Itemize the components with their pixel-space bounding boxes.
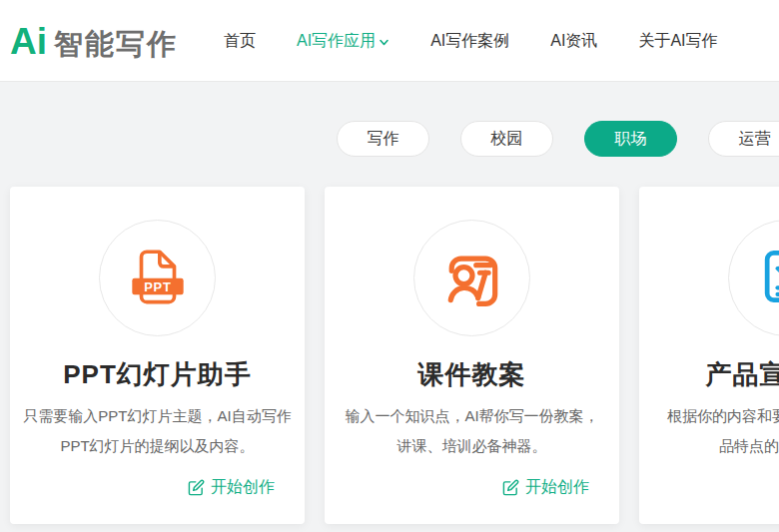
main-nav: 首页 AI写作应用 AI写作案例 AI资讯 关于AI写作 xyxy=(224,0,718,82)
start-creating-label: 开始创作 xyxy=(211,477,275,498)
card-title: 课件教案 xyxy=(325,357,619,392)
card-icon-circle: PPT xyxy=(99,220,216,336)
card-description: 输入一个知识点，AI帮你写一份教案， 讲课、培训必备神器。 xyxy=(325,401,619,461)
filter-pill-writing[interactable]: 写作 xyxy=(337,121,429,157)
brand-logo-mark: Ai xyxy=(10,22,47,59)
card-title: PPT幻灯片助手 xyxy=(10,357,305,392)
card-description-line2: 品特点的宣传文案。 xyxy=(639,431,779,461)
card-ppt-assistant: PPT PPT幻灯片助手 只需要输入PPT幻灯片主题，AI自动写作 PPT幻灯片… xyxy=(10,187,305,524)
card-lesson-plan: 课件教案 输入一个知识点，AI帮你写一份教案， 讲课、培训必备神器。 开始创作 xyxy=(325,187,619,524)
nav-item-cases[interactable]: AI写作案例 xyxy=(430,31,509,52)
card-description-line1: 只需要输入PPT幻灯片主题，AI自动写作 xyxy=(10,401,305,431)
card-icon-circle xyxy=(728,220,779,336)
filter-pill-campus[interactable]: 校园 xyxy=(460,121,553,157)
ppt-file-icon: PPT xyxy=(125,244,191,313)
card-product-copy: 产品宣传文案 根据你的内容和要求，AI自动写出产 品特点的宣传文案。 开始创作 xyxy=(639,187,779,524)
card-description-line1: 输入一个知识点，AI帮你写一份教案， xyxy=(325,401,619,431)
ppt-icon-label: PPT xyxy=(144,278,172,293)
nav-item-home[interactable]: 首页 xyxy=(224,31,256,52)
card-description-line2: PPT幻灯片的提纲以及内容。 xyxy=(10,431,305,461)
card-description-line2: 讲课、培训必备神器。 xyxy=(325,431,619,461)
category-filter-bar: 写作 校园 职场 运营 xyxy=(337,121,779,157)
brand-logo-name: 智能写作 xyxy=(54,29,178,58)
start-creating-label: 开始创作 xyxy=(525,477,589,498)
nav-item-about[interactable]: 关于AI写作 xyxy=(638,31,717,52)
filter-pill-operations[interactable]: 运营 xyxy=(708,121,779,157)
card-icon-circle xyxy=(413,220,530,336)
brand-logo[interactable]: Ai 智能写作 xyxy=(10,22,178,59)
card-description: 根据你的内容和要求，AI自动写出产 品特点的宣传文案。 xyxy=(639,401,779,461)
nav-item-ai-apps[interactable]: AI写作应用 xyxy=(297,31,390,52)
start-creating-link[interactable]: 开始创作 xyxy=(188,477,275,498)
app-card-list: PPT PPT幻灯片助手 只需要输入PPT幻灯片主题，AI自动写作 PPT幻灯片… xyxy=(10,187,779,524)
start-creating-link[interactable]: 开始创作 xyxy=(502,477,589,498)
compose-edit-icon xyxy=(502,479,519,496)
card-description-line1: 根据你的内容和要求，AI自动写出产 xyxy=(639,401,779,431)
filter-pill-workplace[interactable]: 职场 xyxy=(584,121,677,157)
lecturer-board-icon xyxy=(438,243,506,314)
nav-item-news[interactable]: AI资讯 xyxy=(550,31,597,52)
compose-edit-icon xyxy=(188,479,205,496)
header: Ai 智能写作 首页 AI写作应用 AI写作案例 AI资讯 关于AI写作 xyxy=(0,0,779,82)
certificate-star-icon xyxy=(753,243,779,314)
card-title: 产品宣传文案 xyxy=(639,357,779,392)
chevron-down-icon xyxy=(379,37,390,48)
card-description: 只需要输入PPT幻灯片主题，AI自动写作 PPT幻灯片的提纲以及内容。 xyxy=(10,401,305,461)
nav-item-ai-apps-label: AI写作应用 xyxy=(297,31,376,52)
